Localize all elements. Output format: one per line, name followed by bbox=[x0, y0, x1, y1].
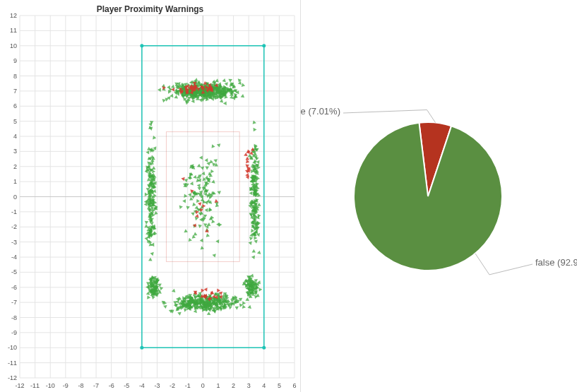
svg-marker-1188 bbox=[254, 239, 257, 243]
svg-text:1: 1 bbox=[216, 382, 220, 389]
svg-marker-1320 bbox=[210, 170, 214, 173]
svg-text:-2: -2 bbox=[169, 382, 175, 389]
svg-marker-1316 bbox=[205, 158, 208, 162]
svg-marker-1309 bbox=[211, 220, 215, 223]
scatter-plot: -12-11-10-9-8-7-6-5-4-3-2-10123456-12-11… bbox=[0, 0, 300, 392]
svg-text:4: 4 bbox=[13, 133, 17, 140]
svg-marker-1355 bbox=[184, 229, 188, 232]
svg-marker-1401 bbox=[212, 144, 215, 148]
svg-marker-875 bbox=[147, 295, 150, 299]
svg-point-93 bbox=[140, 44, 143, 47]
svg-text:-3: -3 bbox=[154, 382, 160, 389]
svg-text:10: 10 bbox=[10, 42, 17, 49]
svg-marker-1322 bbox=[201, 246, 204, 249]
svg-marker-1359 bbox=[215, 239, 219, 244]
svg-marker-1383 bbox=[198, 225, 202, 228]
svg-marker-1163 bbox=[256, 160, 260, 165]
svg-text:-6: -6 bbox=[109, 382, 114, 389]
svg-text:-10: -10 bbox=[46, 382, 55, 389]
svg-text:-12: -12 bbox=[15, 382, 24, 389]
svg-marker-718 bbox=[177, 312, 181, 316]
svg-marker-1119 bbox=[144, 202, 148, 206]
svg-marker-464 bbox=[162, 99, 166, 102]
svg-marker-1300 bbox=[217, 191, 221, 194]
svg-marker-1305 bbox=[197, 184, 201, 187]
svg-text:-11: -11 bbox=[8, 360, 17, 367]
svg-marker-376 bbox=[238, 81, 242, 85]
svg-text:-5: -5 bbox=[124, 382, 129, 389]
svg-text:-12: -12 bbox=[8, 374, 17, 381]
svg-point-92 bbox=[262, 346, 266, 350]
svg-marker-1398 bbox=[197, 164, 201, 167]
chart-pair: Player Proximity Warnings -12-11-10-9-8-… bbox=[0, 0, 577, 392]
svg-marker-1388 bbox=[191, 212, 194, 215]
svg-marker-1134 bbox=[152, 170, 155, 174]
svg-marker-1319 bbox=[194, 232, 198, 236]
svg-text:8: 8 bbox=[13, 73, 17, 80]
svg-text:5: 5 bbox=[13, 118, 17, 125]
svg-marker-1135 bbox=[145, 224, 149, 227]
svg-marker-1264 bbox=[257, 251, 261, 254]
svg-text:-2: -2 bbox=[11, 223, 17, 230]
svg-marker-1139 bbox=[249, 237, 253, 240]
svg-text:5: 5 bbox=[278, 382, 281, 389]
svg-text:-4: -4 bbox=[11, 254, 17, 261]
svg-marker-722 bbox=[242, 301, 246, 305]
svg-marker-410 bbox=[238, 78, 242, 82]
svg-text:2: 2 bbox=[232, 382, 235, 389]
svg-marker-275 bbox=[222, 78, 225, 82]
svg-marker-781 bbox=[235, 307, 239, 310]
svg-marker-1245 bbox=[252, 249, 256, 253]
svg-text:-11: -11 bbox=[30, 382, 40, 389]
svg-marker-1476 bbox=[244, 153, 248, 156]
svg-marker-1406 bbox=[193, 175, 196, 179]
svg-text:6: 6 bbox=[292, 382, 296, 389]
svg-text:1: 1 bbox=[13, 178, 17, 185]
svg-marker-780 bbox=[242, 305, 246, 309]
svg-marker-1296 bbox=[192, 203, 196, 206]
svg-marker-492 bbox=[199, 98, 203, 102]
svg-text:0: 0 bbox=[201, 382, 205, 389]
svg-point-94 bbox=[262, 44, 266, 47]
svg-text:-4: -4 bbox=[139, 382, 145, 389]
svg-text:-7: -7 bbox=[11, 299, 17, 306]
svg-text:-9: -9 bbox=[63, 382, 69, 389]
svg-marker-288 bbox=[174, 95, 179, 98]
svg-text:3: 3 bbox=[247, 382, 251, 389]
svg-marker-1400 bbox=[184, 194, 187, 198]
svg-marker-867 bbox=[151, 296, 155, 299]
svg-marker-1327 bbox=[194, 206, 198, 209]
svg-marker-668 bbox=[207, 311, 211, 315]
svg-text:-10: -10 bbox=[8, 344, 17, 351]
svg-marker-1125 bbox=[145, 221, 149, 225]
svg-marker-1376 bbox=[207, 222, 211, 226]
svg-marker-297 bbox=[171, 85, 174, 88]
svg-text:4: 4 bbox=[262, 382, 266, 389]
svg-marker-1403 bbox=[218, 223, 222, 227]
pie-label-true: true (7.01%) bbox=[301, 106, 340, 117]
svg-marker-258 bbox=[241, 94, 244, 97]
svg-text:11: 11 bbox=[10, 27, 17, 34]
svg-marker-1497 bbox=[202, 204, 206, 208]
svg-marker-201 bbox=[220, 99, 223, 102]
svg-marker-215 bbox=[228, 79, 232, 83]
svg-marker-1082 bbox=[148, 123, 152, 126]
svg-text:-6: -6 bbox=[11, 284, 17, 291]
svg-text:-7: -7 bbox=[93, 382, 99, 389]
svg-marker-1244 bbox=[254, 128, 257, 132]
svg-text:6: 6 bbox=[13, 102, 17, 109]
svg-marker-1369 bbox=[196, 199, 200, 203]
svg-marker-1492 bbox=[198, 202, 201, 206]
pie-panel: true (7.01%)false (92.99%) bbox=[301, 0, 577, 392]
svg-marker-1489 bbox=[215, 199, 218, 203]
svg-marker-1365 bbox=[199, 155, 203, 160]
svg-text:-8: -8 bbox=[11, 314, 17, 321]
svg-text:9: 9 bbox=[13, 57, 17, 64]
svg-text:-5: -5 bbox=[11, 268, 17, 275]
svg-marker-1299 bbox=[197, 187, 201, 191]
svg-marker-1003 bbox=[150, 252, 153, 256]
svg-marker-1491 bbox=[181, 177, 184, 181]
svg-marker-320 bbox=[223, 101, 227, 105]
svg-marker-1206 bbox=[257, 203, 261, 206]
svg-marker-1459 bbox=[210, 290, 214, 294]
